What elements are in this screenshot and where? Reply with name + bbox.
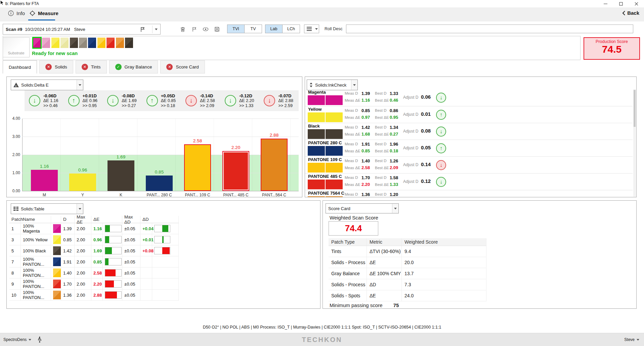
cell-de: 0.96 xyxy=(91,234,103,245)
combo-caret-icon[interactable] xyxy=(77,80,83,90)
col-header-weighted-score: Weighted Score xyxy=(402,238,486,246)
combo-caret-icon[interactable] xyxy=(77,204,83,214)
combo-caret-icon[interactable] xyxy=(351,80,357,90)
scan-dropdown-caret[interactable] xyxy=(155,29,158,30)
cross-icon xyxy=(45,64,52,70)
best-de-value: 0.18 xyxy=(390,148,398,153)
tab-measure[interactable]: Measure xyxy=(30,10,58,16)
substrate-patch[interactable]: Substrate xyxy=(3,37,30,57)
swatch-magenta-solid[interactable] xyxy=(32,37,42,49)
cell-max-de: 2.00 xyxy=(75,290,91,301)
swatch-black-tint[interactable] xyxy=(79,38,87,48)
delta-e-panel-selector[interactable]: E Solids:Delta E xyxy=(11,80,83,90)
swatch-magenta-tint[interactable] xyxy=(42,38,50,48)
cell-swatch xyxy=(51,267,61,279)
layout-menu-button[interactable] xyxy=(304,24,314,33)
close-button[interactable] xyxy=(629,0,644,7)
cell-patch: 5 xyxy=(9,245,21,256)
dashboard-tab-score-card[interactable]: Score Card xyxy=(160,60,205,73)
cell-dd: +0.08 xyxy=(140,245,152,256)
toggle-option-tv[interactable]: TV xyxy=(245,25,262,33)
swatch-yellow-solid[interactable] xyxy=(51,38,59,48)
cell-de-bar xyxy=(103,234,122,245)
swatch-pantone-7564[interactable] xyxy=(116,38,124,48)
layout-menu-caret[interactable] xyxy=(314,24,319,33)
x-axis-tick: K xyxy=(101,193,141,197)
roll-desc-input[interactable] xyxy=(346,24,633,33)
delta-e-value: ΔE 2.88 xyxy=(278,98,293,103)
toggle-option-lab[interactable]: Lab xyxy=(265,25,283,33)
de-bar-fill xyxy=(105,247,112,254)
save-scan-button[interactable] xyxy=(214,26,220,33)
cell-swatch xyxy=(51,245,61,256)
dashboard-tab-tints[interactable]: Tints xyxy=(76,60,107,73)
de-bar-fill xyxy=(105,258,109,265)
cell-swatch xyxy=(51,256,61,267)
tab-label: Tints xyxy=(91,64,101,69)
dashboard-tab-dashboard[interactable]: Dashboard xyxy=(3,60,37,73)
cell-max-de: 2.00 xyxy=(75,256,91,267)
dashboard-tab-solids[interactable]: Solids xyxy=(39,60,73,73)
density-indicator-6: -0.12DΔE 2.20>> 1.33 xyxy=(220,90,260,111)
swatch-black-solid[interactable] xyxy=(70,38,78,48)
user-menu[interactable]: Steve xyxy=(624,337,639,342)
meas-d-label: Meas D xyxy=(345,159,358,163)
scrollbar-thumb[interactable] xyxy=(634,90,636,127)
substrate-label: Substrate xyxy=(3,51,29,55)
cell-swatch xyxy=(51,290,61,301)
best-d-value: 1.20 xyxy=(390,192,398,197)
inkcheck-row-pantone-7564-c: PANTONE 7564 CMeas D1.36Best D1.20 xyxy=(305,190,633,197)
swatch-pantone-280[interactable] xyxy=(88,38,96,48)
toggle-option-lch[interactable]: LCh xyxy=(283,25,300,33)
meas-d-label: Meas D xyxy=(345,192,358,196)
density-indicator-5: -0.14DΔE 2.58>> 2.09 xyxy=(181,90,220,111)
adjust-d-label: Adjust D xyxy=(403,95,418,100)
inkcheck-row-pantone-485-c: PANTONE 485 CMeas D1.70Best D1.58Meas ΔE… xyxy=(305,173,633,190)
toggle-option-tvi[interactable]: TVI xyxy=(227,25,245,33)
best-d-label: Best D xyxy=(375,159,387,163)
swatch-pantone-485[interactable] xyxy=(106,38,115,48)
best-d-label: Best D xyxy=(375,176,387,180)
ink-swatch-measured xyxy=(308,112,325,122)
cell-max-de: 2.00 xyxy=(75,234,91,245)
scan-operator: Steve xyxy=(74,27,85,32)
swatch-pantone-109[interactable] xyxy=(97,38,105,48)
cell-max-dd: ±0.05 xyxy=(122,256,140,267)
meas-d-value: 1.42 xyxy=(361,125,370,130)
flag-scan-button[interactable] xyxy=(191,26,198,33)
best-value: >> 2.59 xyxy=(278,103,293,108)
meas-d-value: 1.91 xyxy=(361,142,370,147)
cell-de: 2.20 xyxy=(91,279,103,290)
nav-bar: Info Measure Back xyxy=(0,7,644,21)
meas-d-label: Meas D xyxy=(345,125,358,129)
adjust-d-value: 0.12 xyxy=(421,178,431,184)
swatch-gray-balance[interactable] xyxy=(125,38,133,48)
scan-info-box[interactable]: Scan #9 10/2/2024 10:25:27 AM Steve xyxy=(3,24,161,35)
cell-patch-type: Tints xyxy=(329,246,367,257)
dd-bar xyxy=(154,247,170,254)
flag-icon[interactable] xyxy=(140,27,145,33)
info-icon xyxy=(8,10,14,16)
dashboard-tab-gray-balance[interactable]: Gray Balance xyxy=(109,60,158,73)
y-axis-tick: 2.00 xyxy=(7,152,20,157)
roll-desc-label: Roll Desc xyxy=(325,27,343,31)
solids-table-selector[interactable]: Solids:Table xyxy=(11,203,83,214)
meas-de-value: 0.85 xyxy=(361,148,370,153)
delete-scan-button[interactable] xyxy=(179,26,186,33)
de-bar xyxy=(105,269,122,277)
tab-info[interactable]: Info xyxy=(8,10,25,16)
minimize-button[interactable] xyxy=(598,0,613,7)
delta-chart-plot: 4.003.002.001.000.001.16M0.96Y1.69K0.85P… xyxy=(22,118,299,191)
cell-de: 2.58 xyxy=(91,267,103,279)
back-button[interactable]: Back xyxy=(622,10,639,16)
inkcheck-scrollbar[interactable] xyxy=(633,89,636,197)
view-scan-button[interactable] xyxy=(202,26,209,33)
indicator-values: -0.08DΔE 1.69>> 0.27 xyxy=(122,93,137,108)
ink-name: PANTONE 109 C xyxy=(308,157,342,162)
maximize-button[interactable] xyxy=(613,0,629,7)
scorecard-selector[interactable]: Score Card xyxy=(326,203,399,213)
combo-caret-icon[interactable] xyxy=(392,204,398,213)
inkcheck-panel-selector[interactable]: Solids:InkCheck xyxy=(307,80,358,90)
swatch-yellow-tint[interactable] xyxy=(60,38,69,48)
best-de-value: 0.95 xyxy=(390,115,398,120)
